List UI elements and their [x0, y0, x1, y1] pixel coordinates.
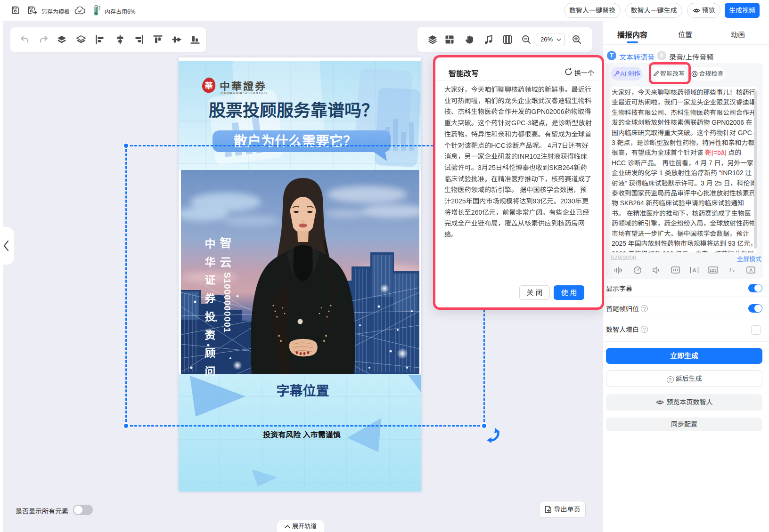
svg-text:×: ×	[732, 269, 735, 274]
svg-text:123: 123	[709, 268, 716, 273]
svg-text:A: A	[693, 267, 696, 273]
svg-text:華: 華	[205, 81, 213, 90]
svg-text:A: A	[749, 268, 753, 273]
svg-text:f: f	[729, 266, 732, 274]
